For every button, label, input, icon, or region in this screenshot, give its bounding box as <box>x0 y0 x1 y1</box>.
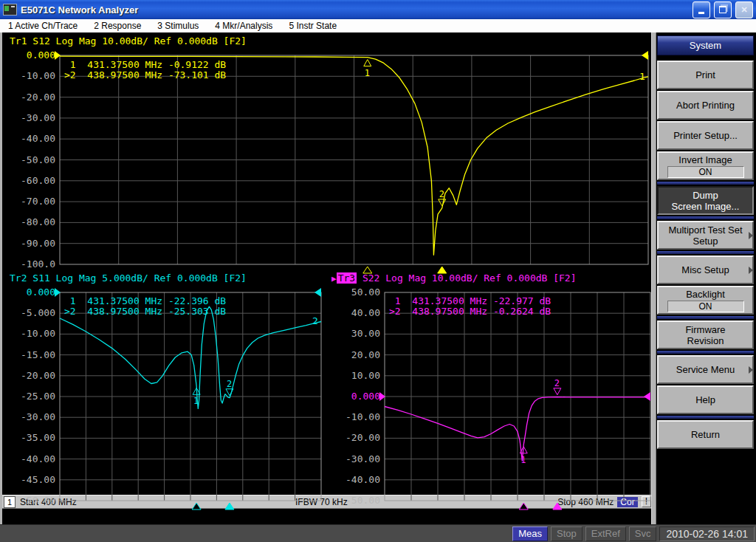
ref-level-right-icon <box>315 288 321 297</box>
chart-title-tr2: Tr2 S11 Log Mag 5.000dB/ Ref 0.000dB [F2… <box>10 272 247 284</box>
softkey-label: Help <box>695 394 715 405</box>
y-axis-label: -40.00 <box>4 453 55 464</box>
network-analyzer-app: E5071C Network Analyzer ✕ 1 Active Ch/Tr… <box>0 0 756 542</box>
softkey-return[interactable]: Return <box>657 420 754 449</box>
taskbar-indicator-meas: Meas <box>512 526 548 541</box>
taskbar-indicator-stop: Stop <box>551 526 583 541</box>
marker-readout-tr3: 1 431.37500 MHz -22.977 dB >2 438.97500 … <box>389 296 551 317</box>
trace-badge: Tr2 <box>10 272 27 284</box>
stimulus-marker-1-icon <box>519 503 528 510</box>
softkey-label: Abort Printing <box>676 100 735 111</box>
softkey-label: Dump Screen Image... <box>672 190 740 212</box>
trace-format-info: S22 Log Mag 10.00dB/ Ref 0.000dB [F2] <box>357 272 576 284</box>
softkey-firmware-revision[interactable]: Firmware Revision <box>657 320 754 349</box>
y-axis-label: -30.00 <box>329 453 380 464</box>
taskbar-indicator-svc: Svc <box>629 526 657 541</box>
close-button[interactable]: ✕ <box>735 1 753 18</box>
softkey-separator <box>657 216 754 219</box>
softkey-invert-image[interactable]: Invert ImageON <box>657 151 754 180</box>
softkey-label: Misc Setup <box>681 264 729 275</box>
trace-badge: Tr1 <box>10 35 27 47</box>
softkey-help[interactable]: Help <box>657 385 754 414</box>
svg-text:2: 2 <box>554 378 560 388</box>
softkey-multiport-test-set-setup[interactable]: Multiport Test Set Setup <box>657 221 754 250</box>
plot-area-tr2: 122 <box>60 292 336 515</box>
y-axis-label: -90.00 <box>4 238 55 249</box>
softkey-label: Service Menu <box>676 364 735 375</box>
y-axis-label: -10.00 <box>329 411 380 422</box>
softkey-service-menu[interactable]: Service Menu <box>657 355 754 384</box>
stimulus-marker-2-icon <box>553 503 562 510</box>
y-axis-label: 30.00 <box>329 328 380 339</box>
restore-button[interactable] <box>714 1 732 18</box>
y-axis-label: 10.00 <box>329 370 380 381</box>
softkey-separator <box>657 182 754 185</box>
softkey-dump-screen-image[interactable]: Dump Screen Image... <box>657 186 754 215</box>
softkey-label: Firmware Revision <box>685 324 725 346</box>
menu-item-2[interactable]: 2 Response <box>86 21 149 31</box>
trace-end-number: 2 <box>312 315 318 326</box>
y-axis-label: -60.00 <box>4 175 55 186</box>
svg-text:1: 1 <box>520 455 526 465</box>
softkey-label: Print <box>695 69 715 80</box>
menu-item-3[interactable]: 3 Stimulus <box>149 21 207 31</box>
instrument-taskbar: MeasStopExtRefSvc 2010-02-26 14:01 <box>0 524 756 542</box>
y-axis-label: -80.00 <box>4 216 55 227</box>
trace-format-info: S12 Log Mag 10.00dB/ Ref 0.000dB [F2] <box>27 35 246 47</box>
y-axis-label: -20.00 <box>4 370 55 381</box>
toggle-state: ON <box>667 301 744 312</box>
softkey-printer-setup[interactable]: Printer Setup... <box>657 121 754 150</box>
y-axis-label: -45.00 <box>4 474 55 485</box>
screen-sidebar-divider <box>651 32 656 524</box>
softkey-abort-printing[interactable]: Abort Printing <box>657 91 754 120</box>
softkey-label: Return <box>691 429 720 440</box>
y-axis-label: -40.00 <box>329 474 380 485</box>
y-axis-label: -100.0 <box>4 258 55 270</box>
y-axis-label: 40.00 <box>329 307 380 318</box>
softkey-print[interactable]: Print <box>657 61 754 89</box>
y-axis-label: -10.00 <box>4 70 55 81</box>
stimulus-marker-1-icon <box>192 503 201 510</box>
softkey-separator <box>657 316 754 319</box>
y-axis-label: -10.00 <box>4 328 55 339</box>
softkey-misc-setup[interactable]: Misc Setup <box>657 255 754 284</box>
instrument-screen: 1Start 400 MHzIFBW 70 kHzStop 460 MHzCor… <box>0 32 651 524</box>
menubar: 1 Active Ch/Trace2 Response3 Stimulus4 M… <box>0 19 756 33</box>
menu-item-1[interactable]: 1 Active Ch/Trace <box>0 21 86 31</box>
y-axis-label: 0.000 <box>4 287 55 298</box>
chart-title-tr3: ▶Tr3 S22 Log Mag 10.00dB/ Ref 0.000dB [F… <box>331 272 577 284</box>
y-axis-label: -30.00 <box>4 112 55 123</box>
y-axis-label: -40.00 <box>4 133 55 144</box>
ref-level-right-icon <box>644 392 650 401</box>
y-axis-label: -20.00 <box>4 92 55 103</box>
softkey-backlight[interactable]: BacklightON <box>657 286 754 315</box>
submenu-arrow-icon <box>749 232 753 239</box>
submenu-arrow-icon <box>749 366 753 374</box>
ref-level-right-icon <box>642 51 648 60</box>
toggle-state: ON <box>667 166 744 178</box>
softkey-label: Backlight <box>686 289 725 300</box>
softkey-separator <box>657 416 754 419</box>
clock: 2010-02-26 14:01 <box>659 526 755 541</box>
taskbar-indicator-extref: ExtRef <box>585 526 626 541</box>
y-axis-label: -50.00 <box>4 154 55 165</box>
window-controls: ✕ <box>693 1 756 18</box>
app-icon <box>3 4 17 16</box>
minimize-button[interactable] <box>693 1 710 18</box>
window-title: E5071C Network Analyzer <box>21 4 138 16</box>
y-axis-label: -25.00 <box>4 391 55 402</box>
menu-item-4[interactable]: 4 Mkr/Analysis <box>207 21 281 31</box>
svg-text:2: 2 <box>439 189 444 199</box>
marker-readout-tr2: 1 431.37500 MHz -22.396 dB >2 438.97500 … <box>64 296 226 317</box>
y-axis-label: 0.000 <box>4 49 55 61</box>
y-axis-label: -50.00 <box>329 495 380 506</box>
y-axis-label: -30.00 <box>4 411 55 422</box>
marker-2-icon <box>439 199 446 206</box>
stimulus-marker-2-icon <box>225 503 234 510</box>
y-axis-label: 20.00 <box>329 349 380 360</box>
y-axis-label: 50.00 <box>329 287 380 298</box>
y-axis-label: 0.000 <box>329 391 380 402</box>
menu-item-5[interactable]: 5 Instr State <box>281 21 345 31</box>
svg-text:2: 2 <box>227 379 232 389</box>
softkey-label: Printer Setup... <box>673 130 738 141</box>
